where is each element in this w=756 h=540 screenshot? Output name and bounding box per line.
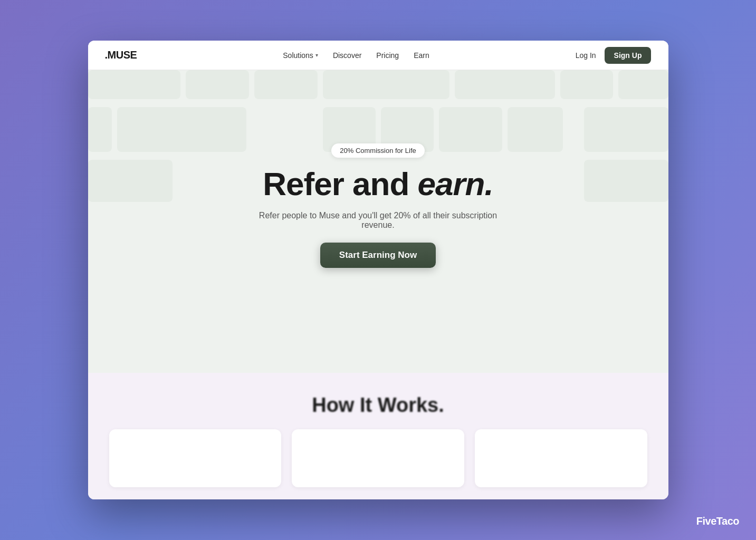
- bg-card: [584, 160, 668, 202]
- nav-center: Solutions ▾ Discover Pricing Earn: [283, 51, 429, 60]
- hero-content: 20% Commission for Life Refer and earn. …: [252, 143, 505, 267]
- watermark: FiveTaco: [696, 515, 739, 527]
- nav-earn[interactable]: Earn: [414, 51, 429, 60]
- how-it-works-title: How It Works.: [312, 394, 444, 417]
- bg-card: [117, 107, 246, 152]
- bg-card: [254, 70, 318, 99]
- bg-card: [618, 70, 668, 99]
- how-it-works-cards: [109, 429, 647, 487]
- browser-window: .MUSE Solutions ▾ Discover Pricing Earn …: [88, 41, 668, 499]
- bg-card: [508, 107, 563, 152]
- how-it-works-section: How It Works.: [88, 373, 668, 499]
- hero-title: Refer and earn.: [263, 166, 493, 202]
- bg-card: [88, 70, 180, 99]
- how-card-1: [109, 429, 282, 487]
- commission-badge: 20% Commission for Life: [331, 143, 425, 158]
- login-button[interactable]: Log In: [576, 51, 596, 60]
- hero-section: 20% Commission for Life Refer and earn. …: [88, 70, 668, 373]
- bg-card: [455, 70, 555, 99]
- hero-subtitle: Refer people to Muse and you'll get 20% …: [252, 211, 505, 230]
- navbar: .MUSE Solutions ▾ Discover Pricing Earn …: [88, 41, 668, 70]
- logo[interactable]: .MUSE: [105, 49, 137, 61]
- nav-discover[interactable]: Discover: [333, 51, 361, 60]
- how-card-2: [292, 429, 464, 487]
- signup-button[interactable]: Sign Up: [605, 47, 652, 64]
- bg-card: [88, 160, 173, 202]
- nav-pricing[interactable]: Pricing: [376, 51, 399, 60]
- bg-card: [560, 70, 613, 99]
- how-card-3: [475, 429, 647, 487]
- chevron-down-icon: ▾: [315, 52, 318, 58]
- bg-card: [584, 107, 668, 152]
- bg-card: [88, 107, 112, 152]
- bg-card: [323, 70, 449, 99]
- start-earning-button[interactable]: Start Earning Now: [320, 243, 436, 268]
- bg-card: [186, 70, 249, 99]
- navbar-right: Log In Sign Up: [576, 47, 652, 64]
- nav-solutions[interactable]: Solutions ▾: [283, 51, 318, 60]
- hero-title-italic: earn.: [418, 166, 493, 202]
- hero-title-normal: Refer and: [263, 166, 417, 202]
